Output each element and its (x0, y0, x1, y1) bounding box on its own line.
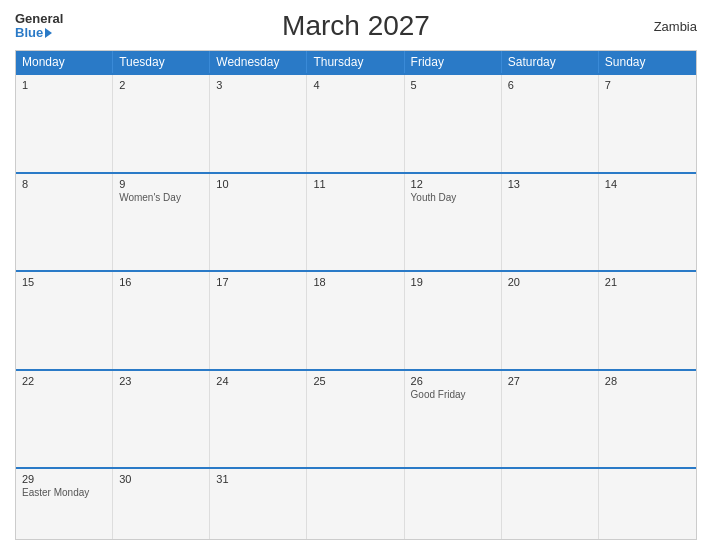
day-cell: 19 (405, 272, 502, 369)
country-label: Zambia (654, 19, 697, 34)
day-header-thursday: Thursday (307, 51, 404, 73)
day-cell: 31 (210, 469, 307, 539)
day-cell: 15 (16, 272, 113, 369)
logo-triangle-icon (45, 28, 52, 38)
day-number: 3 (216, 79, 300, 91)
day-number: 31 (216, 473, 300, 485)
day-headers-row: MondayTuesdayWednesdayThursdayFridaySatu… (16, 51, 696, 73)
day-cell: 22 (16, 371, 113, 468)
day-cell: 28 (599, 371, 696, 468)
day-number: 12 (411, 178, 495, 190)
day-cell: 2 (113, 75, 210, 172)
day-cell: 12Youth Day (405, 174, 502, 271)
day-number: 18 (313, 276, 397, 288)
day-header-tuesday: Tuesday (113, 51, 210, 73)
day-number: 22 (22, 375, 106, 387)
day-cell: 29Easter Monday (16, 469, 113, 539)
day-cell: 26Good Friday (405, 371, 502, 468)
week-row-2: 89Women's Day101112Youth Day1314 (16, 172, 696, 271)
day-cell: 10 (210, 174, 307, 271)
day-cell (599, 469, 696, 539)
logo: General Blue (15, 12, 63, 41)
week-row-5: 29Easter Monday3031 (16, 467, 696, 539)
day-number: 13 (508, 178, 592, 190)
day-cell: 24 (210, 371, 307, 468)
day-number: 23 (119, 375, 203, 387)
holiday-label: Good Friday (411, 389, 495, 400)
day-header-wednesday: Wednesday (210, 51, 307, 73)
day-number: 9 (119, 178, 203, 190)
day-cell (502, 469, 599, 539)
day-number: 11 (313, 178, 397, 190)
day-cell: 20 (502, 272, 599, 369)
day-number: 24 (216, 375, 300, 387)
day-cell: 4 (307, 75, 404, 172)
day-number: 17 (216, 276, 300, 288)
day-number: 4 (313, 79, 397, 91)
page-title: March 2027 (282, 10, 430, 42)
week-row-3: 15161718192021 (16, 270, 696, 369)
day-cell: 14 (599, 174, 696, 271)
day-number: 10 (216, 178, 300, 190)
day-number: 6 (508, 79, 592, 91)
day-number: 14 (605, 178, 690, 190)
day-number: 19 (411, 276, 495, 288)
holiday-label: Youth Day (411, 192, 495, 203)
day-number: 27 (508, 375, 592, 387)
day-number: 16 (119, 276, 203, 288)
day-cell: 25 (307, 371, 404, 468)
day-number: 25 (313, 375, 397, 387)
day-cell: 7 (599, 75, 696, 172)
day-header-friday: Friday (405, 51, 502, 73)
day-number: 5 (411, 79, 495, 91)
day-cell: 13 (502, 174, 599, 271)
day-cell (405, 469, 502, 539)
day-cell: 5 (405, 75, 502, 172)
day-cell: 21 (599, 272, 696, 369)
day-cell: 27 (502, 371, 599, 468)
calendar-header: General Blue March 2027 Zambia (15, 10, 697, 42)
holiday-label: Easter Monday (22, 487, 106, 498)
day-header-monday: Monday (16, 51, 113, 73)
day-number: 20 (508, 276, 592, 288)
day-cell: 11 (307, 174, 404, 271)
day-cell: 18 (307, 272, 404, 369)
day-number: 7 (605, 79, 690, 91)
day-number: 28 (605, 375, 690, 387)
week-row-1: 1234567 (16, 73, 696, 172)
calendar: MondayTuesdayWednesdayThursdayFridaySatu… (15, 50, 697, 540)
day-number: 26 (411, 375, 495, 387)
day-cell: 23 (113, 371, 210, 468)
week-row-4: 2223242526Good Friday2728 (16, 369, 696, 468)
day-number: 29 (22, 473, 106, 485)
day-number: 21 (605, 276, 690, 288)
day-cell: 8 (16, 174, 113, 271)
day-number: 30 (119, 473, 203, 485)
logo-general-text: General (15, 12, 63, 26)
day-cell: 6 (502, 75, 599, 172)
day-cell: 17 (210, 272, 307, 369)
day-cell: 9Women's Day (113, 174, 210, 271)
day-cell: 3 (210, 75, 307, 172)
day-number: 8 (22, 178, 106, 190)
day-cell (307, 469, 404, 539)
calendar-body: 123456789Women's Day101112Youth Day13141… (16, 73, 696, 539)
day-number: 15 (22, 276, 106, 288)
day-number: 2 (119, 79, 203, 91)
day-cell: 1 (16, 75, 113, 172)
day-header-saturday: Saturday (502, 51, 599, 73)
holiday-label: Women's Day (119, 192, 203, 203)
day-cell: 30 (113, 469, 210, 539)
day-header-sunday: Sunday (599, 51, 696, 73)
logo-blue-text: Blue (15, 26, 52, 40)
day-number: 1 (22, 79, 106, 91)
day-cell: 16 (113, 272, 210, 369)
